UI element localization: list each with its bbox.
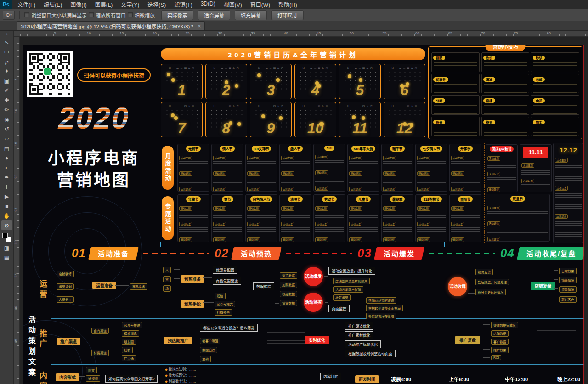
section-text-lines bbox=[555, 220, 582, 238]
mindmap-node: 商品氛围营造 bbox=[213, 277, 241, 285]
card-section: 运营建议 bbox=[247, 184, 276, 192]
month-number: 1 bbox=[161, 82, 202, 99]
eraser-tool[interactable]: ▱ bbox=[1, 134, 12, 143]
clone-stamp-tool[interactable]: ◉ bbox=[1, 114, 12, 124]
quick-select-tool[interactable]: ✦ bbox=[1, 66, 12, 76]
options-button-2[interactable]: 填充屏幕 bbox=[235, 10, 267, 20]
option-checkbox-2[interactable]: 细微缩放 bbox=[128, 11, 155, 19]
foreground-color-swatch[interactable] bbox=[2, 233, 8, 238]
highlight-dot bbox=[276, 78, 280, 82]
screen-mode-icon[interactable]: ▦ bbox=[1, 253, 12, 262]
section-text-lines bbox=[281, 227, 310, 233]
card-section: 活动主题 bbox=[281, 203, 310, 218]
mindmap-node: 短视频 bbox=[86, 375, 100, 382]
tab-close-icon[interactable]: × bbox=[198, 23, 201, 29]
phase-header: 01活动准备02活动预热03活动爆发04活动收尾/复盘 bbox=[51, 246, 584, 260]
checkbox-icon[interactable] bbox=[128, 12, 133, 17]
gradient-tool[interactable]: ▤ bbox=[1, 143, 12, 153]
weekday-row: 日 一 二 三 四 五 六 bbox=[295, 104, 336, 107]
month-9: 日 一 二 三 四 五 六9 bbox=[250, 102, 292, 137]
mindmap-node: 活动收尾 bbox=[448, 277, 467, 296]
tip-card: 满减 bbox=[481, 74, 530, 94]
section-label: 活动玩法 bbox=[417, 171, 430, 176]
workspace: » ↖▭℘✦▣✐✚✏◉↺▱▤●◐✒T▶■✋⊙◨▦ 510152025303540… bbox=[0, 31, 588, 384]
highlight-dot bbox=[352, 115, 356, 119]
highlight-dot bbox=[348, 74, 351, 78]
lasso-tool[interactable]: ℘ bbox=[1, 56, 12, 66]
card-section: 活动玩法 bbox=[213, 219, 242, 233]
section-label: 运营建议 bbox=[417, 237, 430, 242]
connector-line bbox=[331, 339, 344, 339]
connector-line bbox=[483, 333, 490, 333]
ruler-mark: 50 bbox=[350, 31, 354, 35]
type-tool[interactable]: T bbox=[1, 182, 12, 192]
menu-item-2[interactable]: 图像(I) bbox=[70, 0, 86, 8]
card-section: 活动主题 bbox=[417, 152, 446, 167]
zoom-tool-options-icon[interactable]: ⊙▾ bbox=[3, 11, 15, 20]
monthly-activities-label: 月度活动 bbox=[162, 146, 174, 190]
checkbox-icon[interactable] bbox=[89, 12, 94, 17]
blur-tool[interactable]: ● bbox=[1, 153, 12, 163]
menu-item-1[interactable]: 编辑(E) bbox=[44, 0, 62, 8]
menu-item-8[interactable]: 视图(V) bbox=[224, 0, 242, 8]
connector-line bbox=[275, 303, 279, 304]
menu-item-10[interactable]: 帮助(H) bbox=[278, 0, 297, 8]
ruler-mark: 15 bbox=[14, 142, 18, 146]
highlight-dot bbox=[171, 78, 175, 82]
connector-line bbox=[275, 294, 279, 294]
content-tip: 列举数字法：…… bbox=[165, 379, 298, 384]
card-section: 活动玩法 bbox=[555, 183, 582, 210]
zoom-tool[interactable]: ⊙ bbox=[1, 220, 12, 230]
quick-mask-icon[interactable]: ◨ bbox=[1, 243, 12, 253]
option-checkbox-0[interactable]: 调整窗口大小以满屏显示 bbox=[24, 11, 87, 19]
options-button-1[interactable]: 适合屏幕 bbox=[198, 10, 230, 20]
menu-item-5[interactable]: 选择(S) bbox=[147, 0, 166, 8]
path-select-tool[interactable]: ▶ bbox=[1, 192, 12, 201]
move-tool[interactable]: ↖ bbox=[1, 37, 12, 47]
options-button-0[interactable]: 实际像素 bbox=[161, 10, 193, 20]
section-text-lines bbox=[247, 227, 276, 233]
menu-item-9[interactable]: 窗口(W) bbox=[250, 0, 270, 8]
mindmap-node: 店铺装修 bbox=[57, 271, 74, 277]
shape-tool[interactable]: ■ bbox=[1, 201, 12, 211]
history-brush-tool[interactable]: ↺ bbox=[1, 124, 12, 134]
crop-tool[interactable]: ▣ bbox=[1, 76, 12, 85]
weekday-row: 日 一 二 三 四 五 六 bbox=[339, 104, 380, 107]
ruler-mark: 20 bbox=[14, 175, 18, 179]
pen-tool[interactable]: ✒ bbox=[1, 172, 12, 182]
phase-dashes bbox=[286, 253, 352, 254]
toolbar-collapse-icon[interactable]: » bbox=[6, 32, 8, 37]
card-section: 运营建议 bbox=[213, 184, 242, 192]
dodge-tool[interactable]: ◐ bbox=[1, 163, 12, 172]
section-text-lines bbox=[451, 177, 480, 183]
ruler-mark: 30 bbox=[218, 31, 222, 35]
canvas[interactable]: 扫码可以获得小程序扶持 2020 小程序电商 营销地图 2020营销日历&全年营… bbox=[20, 37, 588, 384]
color-swatches[interactable] bbox=[2, 233, 11, 242]
options-button-3[interactable]: 打印尺寸 bbox=[271, 10, 304, 20]
section-text-lines bbox=[213, 212, 242, 218]
brush-tool[interactable]: ✏ bbox=[1, 105, 12, 114]
mindmap-node: 渠道数据完成度 bbox=[491, 322, 518, 328]
eyedropper-tool[interactable]: ✐ bbox=[1, 85, 12, 95]
document-tab[interactable]: 2020小程序电商营销地图.jpg @ 12.5% (扫码可以获得小程序扶持, … bbox=[17, 21, 205, 30]
menu-item-4[interactable]: 文字(Y) bbox=[121, 0, 139, 8]
activity-card: 劳动节活动主题活动玩法运营建议 bbox=[313, 194, 345, 242]
menu-item-6[interactable]: 滤镜(T) bbox=[174, 0, 192, 8]
tip-title: 包邮 bbox=[533, 77, 545, 82]
card-section: 活动主题 bbox=[349, 152, 378, 167]
checkbox-icon[interactable] bbox=[24, 12, 29, 17]
menu-item-0[interactable]: 文件(F) bbox=[17, 0, 35, 8]
options-bar: ⊙▾ 调整窗口大小以满屏显示缩放所有窗口细微缩放 实际像素适合屏幕填充屏幕打印尺… bbox=[0, 9, 588, 21]
healing-brush-tool[interactable]: ✚ bbox=[1, 95, 12, 105]
hand-tool[interactable]: ✋ bbox=[1, 211, 12, 220]
section-text-lines bbox=[247, 161, 276, 167]
menu-item-7[interactable]: 3D(D) bbox=[201, 0, 215, 8]
vertical-ruler[interactable]: 51015202530354045 bbox=[14, 37, 20, 384]
card-section: 活动主题 bbox=[383, 203, 412, 218]
marquee-tool[interactable]: ▭ bbox=[1, 47, 12, 56]
menu-item-3[interactable]: 图层(L) bbox=[95, 0, 113, 8]
activity-card: 清明节活动主题活动玩法运营建议 bbox=[279, 194, 311, 242]
horizontal-ruler[interactable]: 5101520253035404550556065707580 bbox=[14, 31, 588, 37]
section-text-lines bbox=[213, 227, 242, 233]
option-checkbox-1[interactable]: 缩放所有窗口 bbox=[89, 11, 126, 19]
